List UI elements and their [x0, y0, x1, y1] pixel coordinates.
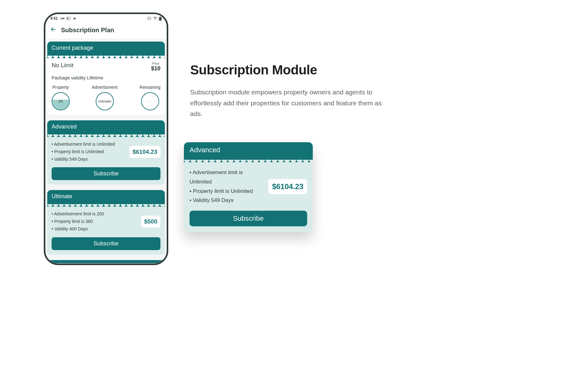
plan-features: Advertisement limit is 200 Property limi… — [52, 210, 104, 233]
marketing-section: Subscription Module Subscription module … — [190, 63, 384, 119]
price-label: Price — [151, 62, 160, 65]
plan-feature: Property limit is 360 — [52, 218, 104, 225]
svg-rect-2 — [148, 17, 150, 20]
svg-point-5 — [155, 19, 156, 20]
plan-price: $6104.23 — [129, 146, 160, 158]
plan-feature: Property limit is Unlimited — [52, 148, 115, 156]
plan-price: $6104.23 — [268, 179, 307, 194]
plan-price: $500 — [141, 216, 160, 228]
status-bar: 9:51 AM — [45, 14, 167, 23]
stat-remaining-value: - — [150, 100, 150, 103]
marketing-heading: Subscription Module — [190, 63, 384, 78]
back-arrow-icon[interactable] — [50, 26, 57, 34]
scallop-divider — [47, 133, 165, 137]
scallop-divider — [47, 202, 165, 207]
plan-feature: Advertisement limit is Unlimited — [190, 168, 266, 187]
scallop-divider — [184, 157, 313, 162]
phone-mockup: 9:51 AM — [44, 13, 168, 265]
status-ampm: AM — [60, 17, 64, 20]
subscribe-button[interactable]: Subscribe — [52, 237, 160, 250]
plan-feature: Validity 549 Days — [190, 196, 266, 205]
svg-rect-1 — [67, 18, 68, 19]
plan-title: Ultimate — [47, 190, 165, 202]
app-header: Subscription Plan — [45, 23, 167, 38]
plan-card-ultimate: Ultimate Advertisement limit is 200 Prop… — [47, 190, 165, 254]
plan-features: Advertisement limit is Unlimited Propert… — [52, 141, 115, 163]
vibrate-icon — [147, 17, 151, 20]
plan-feature: Property limit is Unlimited — [190, 187, 266, 196]
plan-card-advanced: Advanced Advertisement limit is Unlimite… — [47, 120, 165, 184]
stat-remaining-label: Remaining — [139, 85, 160, 90]
current-package-price: $10 — [151, 65, 160, 72]
cloud-icon — [73, 17, 77, 20]
plan-title: Advanced — [184, 142, 313, 157]
stat-remaining-gauge: - — [141, 92, 159, 110]
svg-rect-6 — [160, 17, 161, 17]
current-package-card: Current package No Limit Price $10 Packa… — [47, 42, 165, 115]
float-plan-card: Advanced Advertisement limit is Unlimite… — [184, 142, 313, 232]
stat-property-gauge: 3/5 — [52, 92, 70, 110]
stat-property-value: 3/5 — [58, 100, 63, 103]
stat-advertisement-value: Unlimited — [98, 100, 111, 103]
marketing-description: Subscription module empowers property ow… — [190, 87, 384, 119]
subscribe-button[interactable]: Subscribe — [190, 211, 307, 226]
plan-feature: Validity 400 Days — [52, 225, 104, 233]
cast-icon — [66, 17, 71, 20]
current-package-name: No Limit — [52, 62, 74, 69]
plan-feature: Advertisement limit is Unlimited — [52, 141, 115, 148]
plan-feature: Validity 549 Days — [52, 156, 115, 163]
wifi-icon — [153, 17, 157, 20]
stat-property-label: Property — [53, 85, 69, 90]
plan-title: Advanced — [47, 120, 165, 133]
page-title: Subscription Plan — [61, 27, 114, 34]
next-card-peek — [47, 260, 165, 263]
current-package-validity: Package validity Lifetime — [52, 75, 160, 80]
svg-rect-7 — [159, 17, 162, 21]
subscribe-button[interactable]: Subscribe — [52, 167, 160, 180]
plan-feature: Advertisement limit is 200 — [52, 210, 104, 218]
stat-advertisement-gauge: Unlimited — [96, 92, 114, 110]
scallop-divider — [47, 54, 165, 58]
current-package-header: Current package — [47, 42, 165, 54]
battery-icon — [159, 17, 162, 21]
plan-features: Advertisement limit is Unlimited Propert… — [190, 168, 266, 205]
status-time: 9:51 — [50, 16, 58, 21]
stat-advertisement-label: Advertisment — [92, 85, 118, 90]
